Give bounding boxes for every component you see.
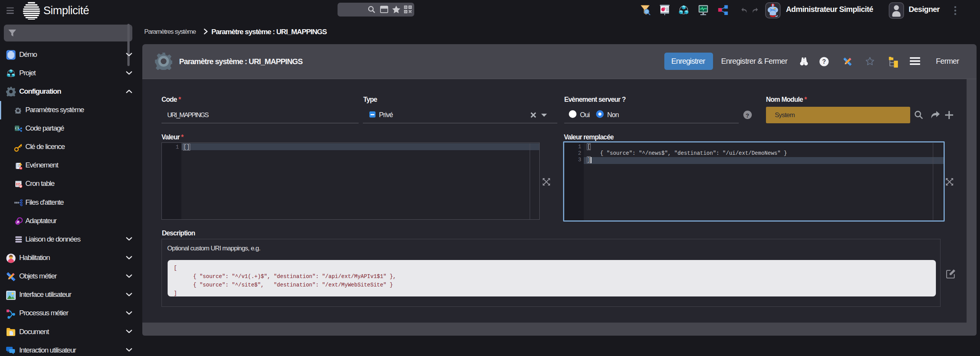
- svg-text:?: ?: [822, 58, 826, 65]
